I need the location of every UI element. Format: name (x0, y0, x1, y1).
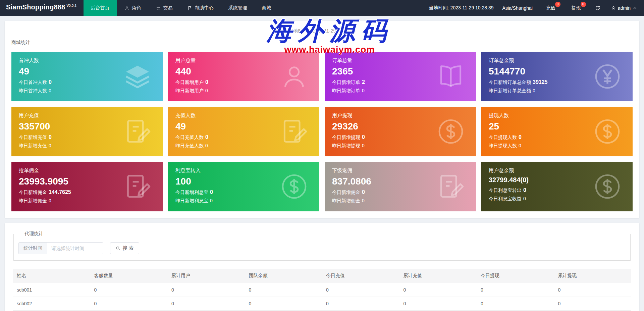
doc-edit-icon (123, 117, 152, 146)
agent-table: 姓名客服数量累计用户团队余额今日充值累计充值今日提现累计提现 scb001000… (13, 269, 631, 311)
table-header-row: 姓名客服数量累计用户团队余额今日充值累计充值今日提现累计提现 (13, 269, 631, 283)
dollar-circle-icon (593, 172, 622, 201)
nav-item-label: 角色 (132, 5, 141, 11)
column-header: 今日充值 (322, 269, 399, 283)
nav-item-label: 系统管理 (228, 5, 247, 11)
nav-item-label: 后台首页 (91, 5, 110, 11)
yen-circle-icon (593, 62, 622, 91)
search-button[interactable]: 搜 索 (110, 242, 139, 254)
book-icon (436, 62, 465, 91)
stat-card-9: 抢单佣金23993.9095今日新增佣金144.7625昨日新增佣金0 (11, 162, 163, 211)
search-button-label: 搜 索 (123, 245, 133, 251)
flag-icon (187, 6, 193, 11)
nav-item-label: 商城 (262, 5, 271, 11)
column-header: 客服数量 (90, 269, 168, 283)
layers-icon (123, 62, 152, 91)
recharge-button[interactable]: 充值 0 (538, 0, 564, 16)
nav-item-4[interactable]: 帮助中心 (180, 0, 221, 16)
username: admin (618, 5, 631, 11)
nav-item-2[interactable]: 角色 (117, 0, 149, 16)
table-cell: 0 (90, 297, 168, 311)
column-header: 累计用户 (167, 269, 245, 283)
table-cell: scb001 (13, 283, 90, 297)
nav-item-label: 交易 (163, 5, 173, 11)
timezone-text: Asia/Shanghai (502, 5, 533, 11)
stats-panel: 当地时间：2023-11-29 10:28:43 商城统计 首冲人数49今日首冲… (5, 21, 639, 218)
stat-card-6: 充值人数49今日充值人数0昨日充值人数0 (168, 107, 319, 156)
column-header: 今日提现 (477, 269, 554, 283)
nav-item-6[interactable]: 商城 (255, 0, 279, 16)
column-header: 累计充值 (399, 269, 477, 283)
section-title: 商城统计 (5, 34, 639, 52)
stat-card-3: 订单总量2365今日新增订单2昨日新增订单0 (325, 52, 476, 101)
column-header: 累计提现 (554, 269, 632, 283)
table-cell: 0 (90, 283, 168, 297)
brand-logo[interactable]: SiamShopping888 V2.2.1 (0, 0, 84, 16)
stat-card-8: 提现人数25今日提现人数0昨日提现人数0 (481, 107, 633, 156)
table-cell: 0 (167, 283, 245, 297)
user-menu[interactable]: admin (606, 0, 644, 16)
user-icon (124, 6, 129, 11)
table-row: scb0020000000 (13, 297, 631, 311)
agent-panel: 代理统计 统计时间 搜 索 姓名客服数量累计用户团队余额今日充值累计充值今日提现… (5, 223, 639, 311)
withdraw-label: 提现 (572, 5, 581, 11)
table-row: scb0010000000 (13, 283, 631, 297)
table-cell: 0 (399, 283, 477, 297)
table-cell: 0 (245, 283, 322, 297)
stat-time-group: 统计时间 (18, 242, 103, 254)
dollar-circle-icon (280, 172, 309, 201)
nav-item-5[interactable]: 系统管理 (221, 0, 255, 16)
withdraw-button[interactable]: 提现 0 (564, 0, 589, 16)
table-cell: 0 (554, 283, 632, 297)
navbar-right: 当地时间: 2023-11-29 10:28:39 Asia/Shanghai … (424, 0, 644, 16)
doc-edit-icon (280, 117, 309, 146)
refresh-icon (595, 5, 600, 11)
stat-card-4: 订单总金额5144770今日新增订单总金额39125昨日新增订单总金额0 (481, 52, 633, 101)
stat-card-10: 利息宝转入100今日新增利息宝0昨日新增利息宝0 (168, 162, 319, 211)
stat-card-11: 下级返佣837.0806今日新增佣金0昨日新增佣金0 (325, 162, 476, 211)
table-cell: 0 (477, 297, 554, 311)
stat-card-1: 首冲人数49今日首冲人数0昨日首冲人数0 (11, 52, 163, 101)
user-icon (611, 6, 616, 10)
brand-version: V2.2.1 (66, 4, 76, 8)
table-cell: 0 (399, 297, 477, 311)
recharge-badge: 0 (555, 2, 560, 7)
exchange-icon (156, 6, 161, 11)
stat-card-5: 用户充值335700今日新增充值0昨日新增充值0 (11, 107, 163, 156)
chevron-up-icon (633, 6, 637, 10)
local-time-text: 当地时间: 2023-11-29 10:28:39 (429, 5, 494, 11)
table-cell: 0 (554, 297, 632, 311)
stat-time-label: 统计时间 (18, 242, 47, 254)
table-cell: 0 (322, 283, 399, 297)
table-cell: 0 (167, 297, 245, 311)
column-header: 姓名 (13, 269, 90, 283)
user-icon (280, 62, 309, 91)
search-icon (116, 246, 120, 251)
top-navbar: SiamShopping888 V2.2.1 后台首页角色交易帮助中心系统管理商… (0, 0, 644, 16)
nav-item-3[interactable]: 交易 (149, 0, 180, 16)
agent-legend: 代理统计 (22, 231, 46, 237)
main-menu: 后台首页角色交易帮助中心系统管理商城 (84, 0, 279, 16)
nav-item-1[interactable]: 后台首页 (84, 0, 117, 16)
panel-local-time: 当地时间：2023-11-29 10:28:43 (5, 21, 639, 34)
stat-cards-grid: 首冲人数49今日首冲人数0昨日首冲人数0用户总量440今日新增用户0昨日新增用户… (5, 52, 639, 211)
withdraw-badge: 0 (581, 2, 586, 7)
stat-card-2: 用户总量440今日新增用户0昨日新增用户0 (168, 52, 319, 101)
table-cell: 0 (322, 297, 399, 311)
stat-time-input[interactable] (47, 242, 103, 254)
dollar-circle-icon (436, 117, 465, 146)
dollar-circle-icon (593, 117, 622, 146)
column-header: 团队余额 (245, 269, 322, 283)
stat-card-12: 用户总余额32799.484(0)今日利息宝转出0今日利息宝收益0 (481, 162, 633, 211)
agent-fieldset: 代理统计 统计时间 搜 索 (13, 231, 631, 261)
local-time: 当地时间: 2023-11-29 10:28:39 Asia/Shanghai (424, 0, 538, 16)
table-cell: scb002 (13, 297, 90, 311)
doc-edit-icon (123, 172, 152, 201)
stat-card-7: 用户提现29326今日新增提现0昨日新增提现0 (325, 107, 476, 156)
filter-row: 统计时间 搜 索 (18, 242, 626, 254)
doc-edit-icon (436, 172, 465, 201)
nav-item-label: 帮助中心 (195, 5, 214, 11)
table-cell: 0 (477, 283, 554, 297)
refresh-button[interactable] (589, 0, 606, 16)
table-cell: 0 (245, 297, 322, 311)
